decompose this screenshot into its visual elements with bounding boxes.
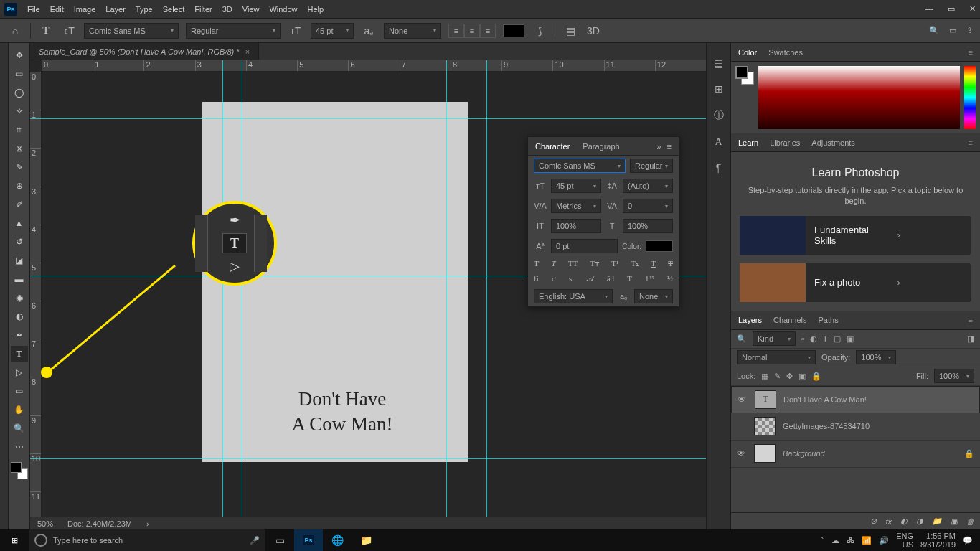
- lock-pixels-icon[interactable]: ▦: [761, 372, 768, 381]
- strikethrough-icon[interactable]: T: [668, 259, 673, 268]
- font-family-select[interactable]: Comic Sans MS▾: [84, 23, 179, 39]
- eraser-tool[interactable]: ◪: [11, 253, 28, 268]
- char-kerning-select[interactable]: Metrics▾: [551, 199, 601, 213]
- learn-card-fundamentals[interactable]: Fundamental Skills ›: [740, 216, 971, 255]
- char-baseline-input[interactable]: 0 pt: [551, 239, 618, 253]
- bold-icon[interactable]: T: [534, 259, 539, 268]
- char-tracking-select[interactable]: 0▾: [623, 199, 673, 213]
- fx-icon[interactable]: fx: [885, 517, 892, 526]
- layer-name[interactable]: Don't Have A Cow Man!: [783, 395, 867, 404]
- document-tab[interactable]: Sample_Card @ 50% (Don't Have A Cow Man!…: [30, 43, 259, 60]
- filter-pixel-icon[interactable]: ▫: [801, 334, 804, 343]
- menu-select[interactable]: Select: [163, 5, 185, 14]
- contextual-icon[interactable]: σ: [552, 274, 556, 283]
- visibility-icon[interactable]: 👁: [738, 395, 748, 405]
- text-color-swatch[interactable]: [503, 24, 524, 37]
- home-icon[interactable]: ⌂: [7, 23, 23, 39]
- tab-paragraph[interactable]: Paragraph: [583, 142, 619, 151]
- fill-select[interactable]: 100%▾: [934, 369, 974, 383]
- subscript-icon[interactable]: T₁: [631, 259, 639, 268]
- tab-swatches[interactable]: Swatches: [768, 48, 803, 57]
- tab-color[interactable]: Color: [738, 48, 757, 57]
- history-panel-icon[interactable]: ▤: [714, 57, 723, 69]
- menu-3d[interactable]: 3D: [222, 5, 232, 14]
- char-language-select[interactable]: English: USA▾: [534, 289, 613, 303]
- share-icon[interactable]: ⇪: [966, 26, 973, 35]
- layer-row[interactable]: GettyImages-874534710: [731, 413, 980, 441]
- allcaps-icon[interactable]: TT: [568, 259, 578, 268]
- learn-card-fixphoto[interactable]: Fix a photo ›: [740, 263, 971, 302]
- panel-menu-icon[interactable]: ≡: [969, 138, 973, 147]
- tab-paths[interactable]: Paths: [819, 316, 839, 324]
- align-center-icon[interactable]: ≡: [464, 24, 480, 38]
- minimize-icon[interactable]: —: [925, 4, 933, 14]
- wifi-icon[interactable]: 📶: [862, 536, 872, 545]
- italic-icon[interactable]: T: [552, 259, 556, 268]
- antialias-select[interactable]: None▾: [384, 23, 441, 39]
- delete-layer-icon[interactable]: 🗑: [966, 517, 974, 526]
- shape-tool[interactable]: ▭: [11, 383, 28, 399]
- ligature-icon[interactable]: fi: [534, 274, 539, 283]
- discretionary-icon[interactable]: st: [569, 274, 574, 283]
- filter-adjust-icon[interactable]: ◐: [810, 334, 817, 344]
- status-expand-icon[interactable]: ›: [146, 519, 149, 528]
- lock-all-icon[interactable]: 🔒: [811, 372, 821, 381]
- fraction-icon[interactable]: ½: [667, 274, 673, 283]
- brush-tool[interactable]: ✐: [11, 197, 28, 212]
- tab-layers[interactable]: Layers: [738, 316, 762, 324]
- font-style-select[interactable]: Regular▾: [186, 23, 281, 39]
- taskbar-search[interactable]: Type here to search 🎤: [29, 529, 265, 551]
- crop-tool[interactable]: ⌗: [11, 122, 28, 138]
- panel-menu-icon[interactable]: ≡: [969, 316, 973, 324]
- titling-icon[interactable]: T: [627, 274, 632, 283]
- edit-toolbar-icon[interactable]: ⋯: [11, 439, 28, 455]
- char-leading-select[interactable]: (Auto)▾: [623, 179, 673, 193]
- char-vscale-input[interactable]: 100%: [551, 219, 601, 233]
- collapse-icon[interactable]: »: [656, 142, 661, 151]
- healing-tool[interactable]: ⊕: [11, 178, 28, 194]
- warp-text-icon[interactable]: ⟆: [532, 23, 547, 39]
- layer-name[interactable]: Background: [783, 449, 825, 458]
- stamp-tool[interactable]: ▲: [11, 215, 28, 231]
- char-font-select[interactable]: Comic Sans MS▾: [534, 159, 626, 173]
- marquee-tool[interactable]: ▭: [11, 66, 28, 82]
- blend-mode-select[interactable]: Normal▾: [737, 350, 816, 364]
- filter-smart-icon[interactable]: ▣: [847, 334, 854, 344]
- character-panel-icon[interactable]: ▤: [562, 23, 578, 39]
- new-layer-icon[interactable]: ▣: [951, 517, 958, 526]
- blur-tool[interactable]: ◉: [11, 290, 28, 306]
- mic-icon[interactable]: 🎤: [250, 536, 260, 545]
- 3d-icon[interactable]: 3D: [585, 23, 601, 39]
- move-tool[interactable]: ✥: [11, 47, 28, 63]
- swash-icon[interactable]: 𝒜: [587, 274, 593, 283]
- filter-toggle[interactable]: ◨: [967, 334, 974, 344]
- eyedropper-tool[interactable]: ✎: [11, 159, 28, 175]
- type-tool[interactable]: T: [11, 346, 28, 362]
- superscript-icon[interactable]: T¹: [611, 259, 618, 268]
- start-button[interactable]: ⊞: [0, 529, 29, 551]
- underline-icon[interactable]: T: [651, 259, 656, 268]
- task-view-icon[interactable]: ▭: [265, 529, 294, 551]
- tab-learn[interactable]: Learn: [738, 138, 758, 147]
- menu-layer[interactable]: Layer: [105, 5, 126, 14]
- lock-position-icon[interactable]: ✥: [786, 372, 793, 381]
- guide[interactable]: [30, 458, 706, 459]
- character-dock-icon[interactable]: A: [715, 136, 722, 148]
- tray-language[interactable]: ENGUS: [896, 532, 913, 549]
- frame-tool[interactable]: ⊠: [11, 141, 28, 156]
- align-left-icon[interactable]: ≡: [448, 24, 464, 38]
- menu-help[interactable]: Help: [308, 5, 324, 14]
- taskbar-chrome[interactable]: 🌐: [323, 529, 352, 551]
- link-layers-icon[interactable]: ⊘: [870, 517, 877, 526]
- lasso-tool[interactable]: ◯: [11, 85, 28, 100]
- filter-kind-select[interactable]: Kind▾: [753, 331, 796, 346]
- layer-name[interactable]: GettyImages-874534710: [783, 422, 870, 430]
- info-panel-icon[interactable]: ⓘ: [714, 109, 724, 122]
- menu-image[interactable]: Image: [74, 5, 96, 14]
- search-icon[interactable]: 🔍: [929, 26, 939, 35]
- dodge-tool[interactable]: ◐: [11, 309, 28, 324]
- canvas-text[interactable]: Don't Have A Cow Man!: [245, 387, 439, 437]
- menu-window[interactable]: Window: [269, 5, 297, 14]
- filter-type-icon[interactable]: T: [823, 334, 828, 343]
- taskbar-explorer[interactable]: 📁: [352, 529, 380, 551]
